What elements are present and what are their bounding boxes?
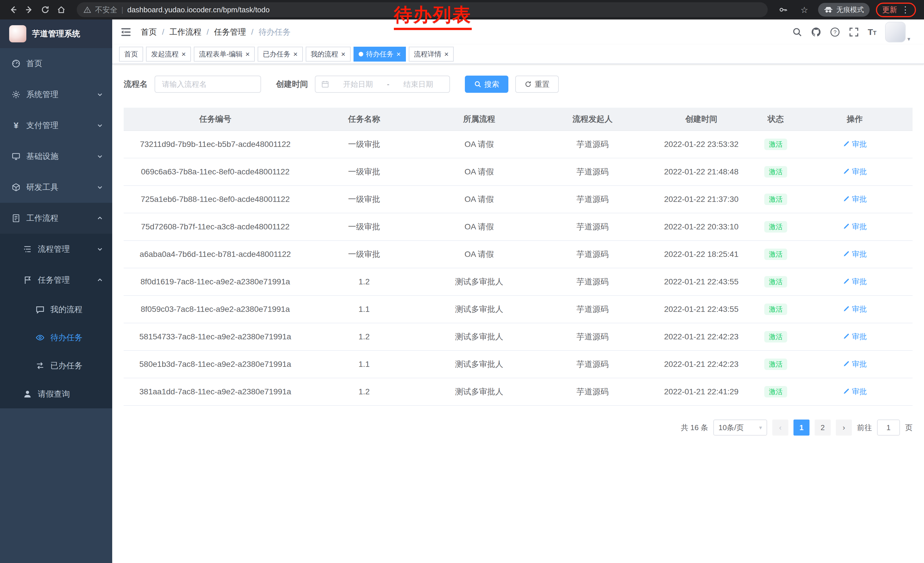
approve-link[interactable]: 审批 <box>843 304 867 314</box>
avatar[interactable] <box>885 22 906 42</box>
approve-link[interactable]: 审批 <box>843 359 867 369</box>
home-icon[interactable] <box>54 2 69 17</box>
breadcrumb-home[interactable]: 首页 <box>141 27 157 38</box>
date-range-picker[interactable]: 开始日期 - 结束日期 <box>315 76 450 93</box>
sidebar-item-payment[interactable]: ¥ 支付管理 <box>0 110 112 141</box>
approve-link[interactable]: 审批 <box>843 277 867 287</box>
table-row[interactable]: 75d72608-7b7f-11ec-a3c8-acde48001122 一级审… <box>124 213 912 240</box>
search-button[interactable]: 搜索 <box>465 76 508 93</box>
gear-icon <box>12 90 21 99</box>
fullscreen-icon[interactable] <box>849 27 859 37</box>
page-button-2[interactable]: 2 <box>814 419 831 435</box>
filter-bar: 流程名 创建时间 开始日期 - 结束日期 搜索 重 <box>124 76 912 93</box>
refresh-icon[interactable] <box>38 2 52 17</box>
approve-link[interactable]: 审批 <box>843 249 867 259</box>
tab-close-icon[interactable]: × <box>444 50 448 58</box>
table-row[interactable]: 73211d9d-7b9b-11ec-b5b7-acde48001122 一级审… <box>124 131 912 158</box>
chevron-down-icon <box>97 92 103 98</box>
cell-process: OA 请假 <box>422 213 537 240</box>
security-warning-icon <box>84 6 91 14</box>
tab-label: 流程详情 <box>414 50 441 59</box>
page-content: 流程名 创建时间 开始日期 - 结束日期 搜索 重 <box>112 64 924 563</box>
cell-actions: 审批 <box>797 186 912 213</box>
bookmark-star-icon[interactable]: ☆ <box>797 2 812 17</box>
help-icon[interactable]: ? <box>830 27 840 37</box>
key-icon[interactable] <box>776 2 790 17</box>
cell-task-id: 8f059c03-7ac8-11ec-a9e2-a2380e71991a <box>124 296 307 323</box>
forward-icon[interactable] <box>22 2 37 17</box>
browser-menu-dots-icon[interactable]: ⋮ <box>901 6 910 14</box>
table-row[interactable]: 725a1eb6-7b88-11ec-8ef0-acde48001122 一级审… <box>124 186 912 213</box>
tab-form-edit[interactable]: 流程表单-编辑 × <box>194 47 255 62</box>
sidebar-item-my-process[interactable]: 我的流程 <box>0 296 112 324</box>
chevron-up-icon <box>97 277 103 283</box>
font-size-icon[interactable]: TT <box>868 28 876 36</box>
tab-done-tasks[interactable]: 已办任务 × <box>258 47 303 62</box>
edit-icon <box>843 278 850 285</box>
prev-page-button[interactable]: ‹ <box>772 419 788 435</box>
goto-page-input[interactable] <box>877 419 900 435</box>
breadcrumb-workflow[interactable]: 工作流程 <box>170 27 201 38</box>
cell-status: 激活 <box>754 323 797 350</box>
table-row[interactable]: 8f0d1619-7ac8-11ec-a9e2-a2380e71991a 1.2… <box>124 268 912 296</box>
create-time-label: 创建时间 <box>276 79 308 90</box>
table-row[interactable]: 58154733-7ac8-11ec-a9e2-a2380e71991a 1.2… <box>124 323 912 350</box>
sidebar-item-leave-query[interactable]: 请假查询 <box>0 380 112 408</box>
search-icon[interactable] <box>792 27 802 37</box>
sidebar-item-home[interactable]: 首页 <box>0 48 112 79</box>
sidebar-item-infrastructure[interactable]: 基础设施 <box>0 141 112 172</box>
cell-actions: 审批 <box>797 240 912 268</box>
process-name-input[interactable] <box>154 76 261 93</box>
approve-link[interactable]: 审批 <box>843 139 867 149</box>
page-size-select[interactable]: 10条/页 ▾ <box>713 419 767 435</box>
approve-link[interactable]: 审批 <box>843 194 867 204</box>
breadcrumb-separator: / <box>162 27 164 37</box>
tab-process-detail[interactable]: 流程详情 × <box>409 47 454 62</box>
tab-initiate-process[interactable]: 发起流程 × <box>146 47 191 62</box>
sidebar-collapse-icon[interactable] <box>120 26 132 38</box>
cell-task-name: 一级审批 <box>307 240 422 268</box>
sidebar-item-system[interactable]: 系统管理 <box>0 79 112 110</box>
table-row[interactable]: 381aa1dd-7ac8-11ec-a9e2-a2380e71991a 1.2… <box>124 378 912 405</box>
avatar-dropdown[interactable]: ▾ <box>885 22 910 42</box>
cell-status: 激活 <box>754 158 797 186</box>
sidebar-item-todo-tasks[interactable]: 待办任务 <box>0 324 112 352</box>
tab-close-icon[interactable]: × <box>341 50 345 58</box>
edit-icon <box>843 360 850 368</box>
approve-link[interactable]: 审批 <box>843 167 867 177</box>
back-icon[interactable] <box>6 2 21 17</box>
tab-my-process[interactable]: 我的流程 × <box>306 47 351 62</box>
tab-close-icon[interactable]: × <box>293 50 297 58</box>
tab-todo-tasks[interactable]: 待办任务 × <box>354 47 406 62</box>
chevron-down-icon <box>97 153 103 159</box>
github-icon[interactable] <box>811 27 821 37</box>
chevron-down-icon <box>97 122 103 129</box>
update-chip[interactable]: 更新 ⋮ <box>876 3 916 17</box>
cell-task-name: 1.1 <box>307 350 422 378</box>
tab-home[interactable]: 首页 <box>119 47 143 62</box>
table-row[interactable]: 069c6a63-7b8a-11ec-8ef0-acde48001122 一级审… <box>124 158 912 186</box>
col-process: 所属流程 <box>422 108 537 131</box>
cell-process: OA 请假 <box>422 240 537 268</box>
sidebar-item-devtools[interactable]: 研发工具 <box>0 172 112 203</box>
approve-link[interactable]: 审批 <box>843 222 867 232</box>
sidebar-item-workflow[interactable]: 工作流程 <box>0 203 112 234</box>
tab-close-icon[interactable]: × <box>396 50 401 58</box>
breadcrumb-task-mgmt[interactable]: 任务管理 <box>214 27 246 38</box>
sidebar-item-task-mgmt[interactable]: 任务管理 <box>0 264 112 296</box>
approve-link[interactable]: 审批 <box>843 332 867 342</box>
table-row[interactable]: 8f059c03-7ac8-11ec-a9e2-a2380e71991a 1.1… <box>124 296 912 323</box>
table-row[interactable]: 580e1b3d-7ac8-11ec-a9e2-a2380e71991a 1.1… <box>124 350 912 378</box>
page-button-1[interactable]: 1 <box>794 419 810 435</box>
reset-button[interactable]: 重置 <box>515 76 559 93</box>
table-row[interactable]: a6aba0a4-7b6d-11ec-b781-acde48001122 一级审… <box>124 240 912 268</box>
next-page-button[interactable]: › <box>836 419 852 435</box>
sidebar-item-done-tasks[interactable]: 已办任务 <box>0 352 112 380</box>
cell-created: 2022-01-22 21:37:30 <box>648 186 754 213</box>
tab-close-icon[interactable]: × <box>182 50 186 58</box>
col-created: 创建时间 <box>648 108 754 131</box>
cell-created: 2022-01-22 18:25:41 <box>648 240 754 268</box>
sidebar-item-process-mgmt[interactable]: 流程管理 <box>0 234 112 264</box>
approve-link[interactable]: 审批 <box>843 387 867 396</box>
tab-close-icon[interactable]: × <box>245 50 250 58</box>
